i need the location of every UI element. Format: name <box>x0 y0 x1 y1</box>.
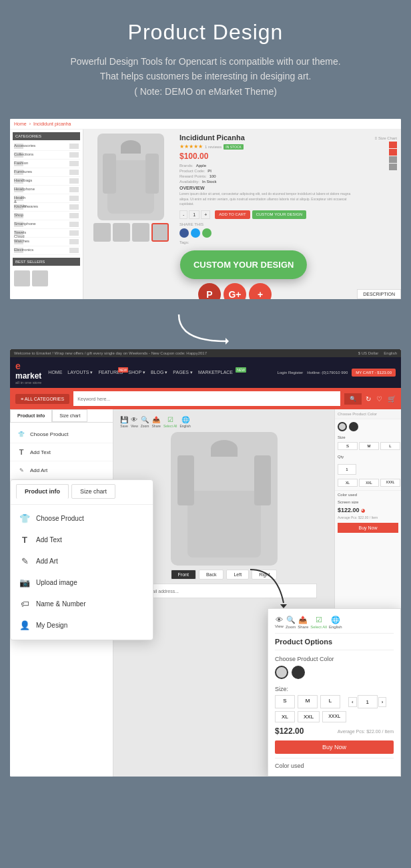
pic-upload-image[interactable]: 📷 Upload image <box>11 572 153 593</box>
select-all-tool[interactable]: ☑Select All <box>163 416 177 428</box>
em-design-area: Product info Size chart 👕 Choose Product… <box>10 409 401 777</box>
pop-size-m[interactable]: M <box>298 695 318 708</box>
search-input[interactable] <box>73 391 340 406</box>
facebook-icon[interactable] <box>179 228 189 238</box>
qty-more[interactable]: › <box>378 697 387 707</box>
cart-button[interactable]: MY CART - $123.00 <box>352 369 396 377</box>
description-tab[interactable]: DESCRIPTION <box>357 289 401 299</box>
pic-choose-product[interactable]: 👕 Choose Product <box>11 507 153 529</box>
nav-shop[interactable]: SHOP ▾ <box>128 370 145 375</box>
thumb-2[interactable] <box>113 223 130 242</box>
thumb-3[interactable] <box>132 223 149 242</box>
currency-selector[interactable]: $ US Dollar <box>358 351 379 355</box>
tab-size-chart[interactable]: Size chart <box>52 409 87 422</box>
twitter-icon[interactable] <box>191 228 200 238</box>
choose-color-label: Choose Product Color <box>275 656 394 662</box>
color-swatch-gray[interactable] <box>338 422 347 431</box>
opt-share[interactable]: 📤Share <box>298 616 308 629</box>
pic-upload-icon: 📷 <box>19 576 31 588</box>
nav-layouts[interactable]: LAYOUTS ▾ <box>67 370 93 375</box>
qty-minus[interactable]: - <box>179 210 187 219</box>
nav-marketplace[interactable]: MARKETPLACE NEW <box>198 370 233 375</box>
qty-input[interactable] <box>358 695 378 708</box>
svg-marker-0 <box>226 338 229 345</box>
nav-features[interactable]: FEATURES NEW <box>98 370 123 375</box>
product-info-expanded-card: Product info Size chart 👕 Choose Product… <box>10 479 153 640</box>
qty-plus[interactable]: + <box>201 210 210 219</box>
qty-field[interactable] <box>338 464 356 475</box>
pic-text-icon: T <box>19 533 31 546</box>
opt-language[interactable]: 🌐English <box>329 616 342 629</box>
size-m[interactable]: M <box>359 442 379 450</box>
pop-size-s[interactable]: S <box>275 695 295 708</box>
size-xxl[interactable]: XXL <box>359 479 379 487</box>
cat-headphone: Headphone <box>13 186 80 194</box>
demo-screenshot-1: Home › Incididunt picanha CATEGORIES Acc… <box>10 119 401 299</box>
cat-watches: Watches <box>13 238 80 246</box>
login-register[interactable]: Login Register <box>278 371 304 375</box>
swatch-dark[interactable] <box>292 666 305 679</box>
demo-sidebar: CATEGORIES Accessories Collections Fashi… <box>10 130 83 299</box>
cat-towels: Towels Cloud <box>13 229 80 238</box>
pic-name-number[interactable]: 🏷 Name & Number <box>11 593 153 614</box>
share-tool[interactable]: 📤Share <box>152 416 161 428</box>
qty-less[interactable]: ‹ <box>348 697 357 707</box>
nav-pages[interactable]: PAGES ▾ <box>173 370 193 375</box>
cart-icon[interactable]: 🛒 <box>388 395 396 403</box>
swatch-light[interactable] <box>275 666 288 679</box>
cat-accessories: Accessories <box>13 142 80 151</box>
save-tool[interactable]: 💾Save <box>120 416 128 428</box>
tool-add-text[interactable]: T Add Text <box>10 443 113 461</box>
search-button[interactable]: 🔍 <box>344 393 362 405</box>
pop-size-xxxl[interactable]: XXXL <box>322 711 346 722</box>
canvas-tab-back[interactable]: Back <box>199 570 224 580</box>
cat-shop: Shop <box>13 212 80 220</box>
opt-view[interactable]: 👁View <box>275 616 284 629</box>
tab-product-info[interactable]: Product info <box>10 409 52 422</box>
size-s[interactable]: S <box>338 442 358 450</box>
buy-now-button[interactable]: Buy Now <box>275 740 394 754</box>
color-swatch-dark[interactable] <box>349 422 358 431</box>
plus-bubble[interactable]: + <box>249 283 272 299</box>
wishlist-icon[interactable]: ♡ <box>376 395 382 403</box>
best-sellers-items <box>13 268 80 289</box>
language-selector[interactable]: English <box>384 351 397 355</box>
gplus-bubble[interactable]: G+ <box>224 283 246 299</box>
pic-tab-product-info[interactable]: Product info <box>16 484 69 499</box>
star-rating: ★★★★★ <box>179 144 203 150</box>
google-icon[interactable] <box>202 228 212 238</box>
refresh-icon[interactable]: ↻ <box>366 395 371 403</box>
pinterest-bubble[interactable]: P <box>198 283 221 299</box>
size-xl[interactable]: XL <box>338 479 358 487</box>
add-to-cart-button[interactable]: ADD TO CART <box>215 210 250 219</box>
custom-design-bubble[interactable]: CUSTOM YOUR DESIGN <box>180 250 307 279</box>
cat-collections: Collections <box>13 151 80 160</box>
opt-zoom[interactable]: 🔍Zoom <box>286 616 296 629</box>
opt-select[interactable]: ☑Select All <box>310 616 327 629</box>
custom-design-button-small[interactable]: CUSTOM YOUR DESIGN <box>252 210 306 219</box>
pic-add-text[interactable]: T Add Text <box>11 529 153 550</box>
pic-add-art[interactable]: ✎ Add Art <box>11 550 153 572</box>
demo-screenshot-2: Welcome to Emarket ! Wrap new offers / g… <box>10 349 401 777</box>
pop-size-l[interactable]: L <box>320 695 340 708</box>
all-categories-btn[interactable]: ≡ ALL CATEGORIES <box>15 394 69 404</box>
pic-my-design[interactable]: 👤 My Design <box>11 614 153 636</box>
pop-size-xl[interactable]: XL <box>275 711 295 722</box>
hoodie-canvas-preview <box>171 432 278 566</box>
tool-add-art[interactable]: ✎ Add Art <box>10 461 113 479</box>
pop-size-xxl[interactable]: XXL <box>298 711 320 722</box>
thumb-4[interactable] <box>151 223 169 242</box>
nav-home[interactable]: HOME <box>48 370 62 375</box>
zoom-tool[interactable]: 🔍Zoom <box>141 416 149 428</box>
right-buy-now-btn[interactable]: Buy Now <box>338 523 398 533</box>
hotline: Hotline: (0)179010 990 <box>307 371 348 375</box>
size-xxxl[interactable]: XXXL <box>380 479 400 487</box>
tool-choose-product[interactable]: 👕 Choose Product <box>10 425 113 443</box>
size-l[interactable]: L <box>380 442 400 450</box>
pic-tab-size-chart[interactable]: Size chart <box>71 484 115 499</box>
language-tool[interactable]: 🌐English <box>179 416 190 428</box>
view-tool[interactable]: 👁View <box>131 416 138 428</box>
thumb-1[interactable] <box>93 223 111 242</box>
canvas-tab-front[interactable]: Front <box>171 570 196 580</box>
nav-blog[interactable]: BLOG ▾ <box>151 370 167 375</box>
